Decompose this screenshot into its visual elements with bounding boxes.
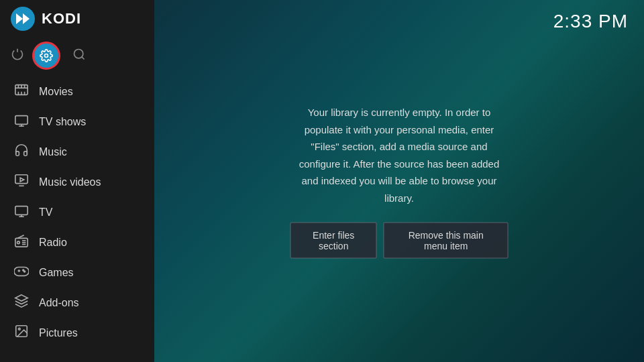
sidebar-item-label: TV shows bbox=[39, 116, 86, 128]
sidebar-item-label: Movies bbox=[39, 86, 73, 98]
sidebar-nav: Movies TV shows Music Music videos TV Ra… bbox=[0, 76, 154, 362]
tv-shows-icon bbox=[13, 113, 30, 131]
sidebar-item-pictures[interactable]: Pictures bbox=[0, 318, 154, 348]
svg-rect-14 bbox=[15, 116, 28, 125]
remove-menu-item-button[interactable]: Remove this main menu item bbox=[384, 223, 508, 259]
enter-files-button[interactable]: Enter files section bbox=[290, 223, 377, 259]
pictures-icon bbox=[13, 324, 30, 342]
music-icon bbox=[13, 143, 30, 161]
search-icon[interactable] bbox=[72, 48, 86, 64]
sidebar-header: KODI bbox=[0, 0, 154, 38]
sidebar-item-label: Music bbox=[39, 146, 67, 158]
sidebar-item-music-videos[interactable]: Music videos bbox=[0, 167, 154, 197]
sidebar-item-label: Music videos bbox=[39, 176, 101, 188]
svg-point-4 bbox=[74, 49, 83, 58]
action-buttons-row: Enter files section Remove this main men… bbox=[290, 223, 508, 259]
power-icon[interactable] bbox=[11, 48, 24, 64]
sidebar-icon-bar bbox=[0, 38, 154, 76]
sidebar: KODI Movies TV shows bbox=[0, 0, 154, 362]
sidebar-item-music[interactable]: Music bbox=[0, 137, 154, 167]
sidebar-item-add-ons[interactable]: Add-ons bbox=[0, 288, 154, 318]
svg-line-5 bbox=[82, 56, 85, 59]
svg-rect-20 bbox=[15, 206, 28, 215]
svg-point-31 bbox=[24, 271, 25, 272]
svg-point-3 bbox=[45, 54, 48, 58]
tv-icon bbox=[13, 203, 30, 221]
radio-icon bbox=[13, 233, 30, 251]
sidebar-item-tv[interactable]: TV bbox=[0, 197, 154, 227]
sidebar-item-label: Add-ons bbox=[39, 297, 79, 309]
content-center-area: Your library is currently empty. In orde… bbox=[277, 104, 522, 259]
sidebar-item-label: Pictures bbox=[39, 327, 78, 339]
movies-icon bbox=[13, 82, 30, 101]
games-icon bbox=[13, 263, 30, 282]
add-ons-icon bbox=[13, 294, 30, 312]
kodi-brand-label: KODI bbox=[42, 10, 81, 27]
sidebar-item-label: Radio bbox=[39, 237, 67, 249]
music-videos-icon bbox=[13, 173, 30, 191]
time-display: 2:33 PM bbox=[553, 11, 628, 32]
library-empty-message: Your library is currently empty. In orde… bbox=[290, 104, 508, 206]
sidebar-item-label: Games bbox=[39, 267, 74, 279]
kodi-logo-icon bbox=[11, 7, 35, 31]
sidebar-item-games[interactable]: Games bbox=[0, 257, 154, 288]
sidebar-item-radio[interactable]: Radio bbox=[0, 227, 154, 257]
svg-point-33 bbox=[18, 328, 20, 330]
svg-point-24 bbox=[17, 241, 20, 244]
settings-icon[interactable] bbox=[32, 42, 60, 70]
sidebar-item-label: TV bbox=[39, 206, 52, 219]
svg-marker-18 bbox=[20, 178, 24, 182]
sidebar-item-tv-shows[interactable]: TV shows bbox=[0, 107, 154, 137]
sidebar-item-movies[interactable]: Movies bbox=[0, 76, 154, 107]
main-content: 2:33 PM Your library is currently empty.… bbox=[154, 0, 644, 362]
